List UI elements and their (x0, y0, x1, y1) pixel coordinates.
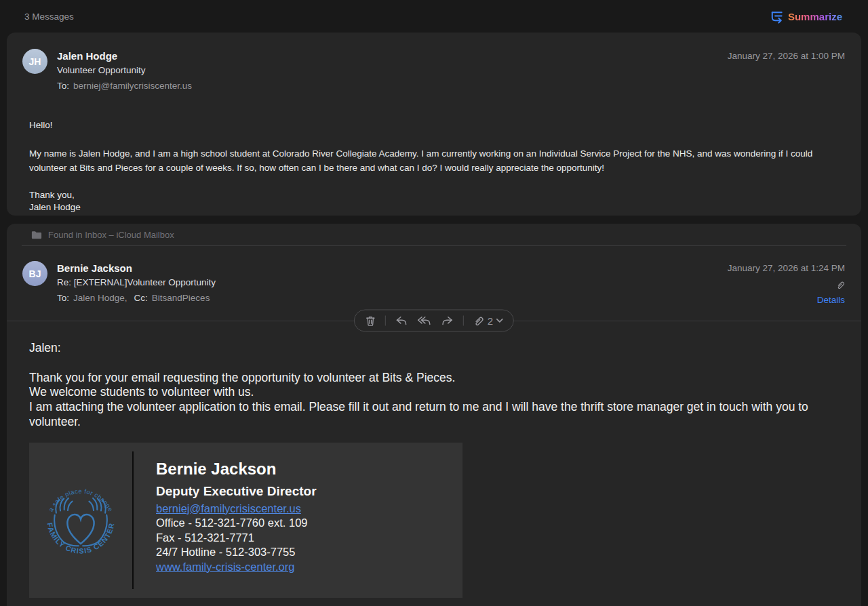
avatar-jh[interactable]: JH (22, 49, 47, 74)
svg-text:FAMILY CRISIS CENTER: FAMILY CRISIS CENTER (46, 522, 116, 555)
signature-title: Deputy Executive Director (156, 484, 317, 499)
to-label: To: (57, 293, 69, 303)
reply-all-icon (417, 315, 432, 327)
svg-text:a safe place for change: a safe place for change (47, 488, 114, 513)
message1-body: Hello! My name is Jalen Hodge, and I am … (7, 94, 861, 213)
reply-all-button[interactable] (417, 315, 432, 327)
message-card-1: JH Jalen Hodge Volunteer Opportunity To:… (7, 33, 861, 216)
message2-to-line: To:Jalen Hodge,Cc:BitsandPieces (57, 290, 216, 306)
message1-closing: Thank you, Jalen Hodge (29, 189, 845, 213)
signature-hotline: 24/7 Hotline - 512-303-7755 (156, 545, 317, 560)
found-in-mailbox-row: Found in Inbox – iCloud Mailbox (7, 224, 861, 245)
message2-date: January 27, 2026 at 1:24 PM (728, 262, 845, 275)
email-signature: a safe place for change FAMILY CRISIS CE… (29, 443, 462, 598)
to-label: To: (57, 81, 69, 91)
message2-salutation: Jalen: (29, 341, 845, 356)
forward-button[interactable] (441, 315, 454, 327)
message2-to-recipient[interactable]: Jalen Hodge, (73, 293, 127, 303)
divider (385, 316, 386, 326)
message2-line: Thank you for your email requesting the … (29, 371, 845, 386)
signature-office-phone: Office - 512-321-7760 ext. 109 (156, 516, 317, 531)
reply-button[interactable] (395, 315, 408, 327)
divider (463, 316, 464, 326)
message2-header: BJ Bernie Jackson Re: [EXTERNAL]Voluntee… (7, 246, 861, 306)
message1-to-recipient[interactable]: berniej@familycrisiscenter.us (73, 81, 192, 91)
attachment-count: 2 (488, 315, 493, 327)
signature-name: Bernie Jackson (156, 460, 317, 479)
message2-subject: Re: [EXTERNAL]Volunteer Opportunity (57, 275, 216, 290)
summarize-button[interactable]: Summarize (769, 9, 842, 24)
chevron-down-icon (496, 319, 503, 323)
action-pill: 2 (354, 310, 514, 332)
message2-body: Jalen: Thank you for your email requesti… (7, 332, 861, 430)
message2-action-bar: 2 (7, 309, 861, 332)
forward-icon (441, 315, 454, 327)
message2-cc-recipient[interactable]: BitsandPieces (152, 293, 210, 303)
summarize-icon (769, 9, 783, 24)
message1-date: January 27, 2026 at 1:00 PM (728, 50, 845, 62)
found-in-label: Found in Inbox – iCloud Mailbox (48, 230, 174, 240)
details-link[interactable]: Details (817, 295, 845, 305)
attachment-indicator-icon (835, 279, 845, 290)
message1-subject: Volunteer Opportunity (57, 63, 192, 78)
signature-website-link[interactable]: www.family-crisis-center.org (156, 561, 294, 573)
message-count: 3 Messages (24, 12, 74, 22)
attachments-dropdown[interactable]: 2 (473, 315, 503, 327)
logo-arc-bottom-text: FAMILY CRISIS CENTER (46, 522, 116, 555)
message2-line: We welcome students to volunteer with us… (29, 385, 845, 400)
logo-arc-top-text: a safe place for change (47, 488, 114, 513)
signature-fax: Fax - 512-321-7771 (156, 531, 317, 546)
avatar-bj[interactable]: BJ (22, 261, 47, 286)
folder-icon (31, 230, 42, 239)
reply-icon (395, 315, 408, 327)
message1-to-line: To:berniej@familycrisiscenter.us (57, 78, 192, 94)
message1-header: JH Jalen Hodge Volunteer Opportunity To:… (7, 33, 861, 94)
paperclip-icon (473, 315, 484, 327)
thread-toolbar: 3 Messages Summarize (0, 0, 868, 33)
trash-icon (365, 315, 376, 327)
message1-greeting: Hello! (29, 118, 845, 132)
message2-line: I am attaching the volunteer application… (29, 400, 845, 429)
message1-sender: Jalen Hodge (57, 49, 192, 63)
message-card-2: Found in Inbox – iCloud Mailbox BJ Berni… (7, 224, 861, 606)
delete-button[interactable] (365, 315, 376, 327)
cc-label: Cc: (134, 293, 148, 303)
summarize-label: Summarize (788, 11, 842, 22)
message1-paragraph: My name is Jalen Hodge, and I am a high … (29, 146, 845, 175)
message2-sender: Bernie Jackson (57, 262, 216, 275)
family-crisis-center-logo: a safe place for change FAMILY CRISIS CE… (29, 443, 132, 598)
signature-email-link[interactable]: berniej@familycrisiscenter.us (156, 502, 301, 514)
